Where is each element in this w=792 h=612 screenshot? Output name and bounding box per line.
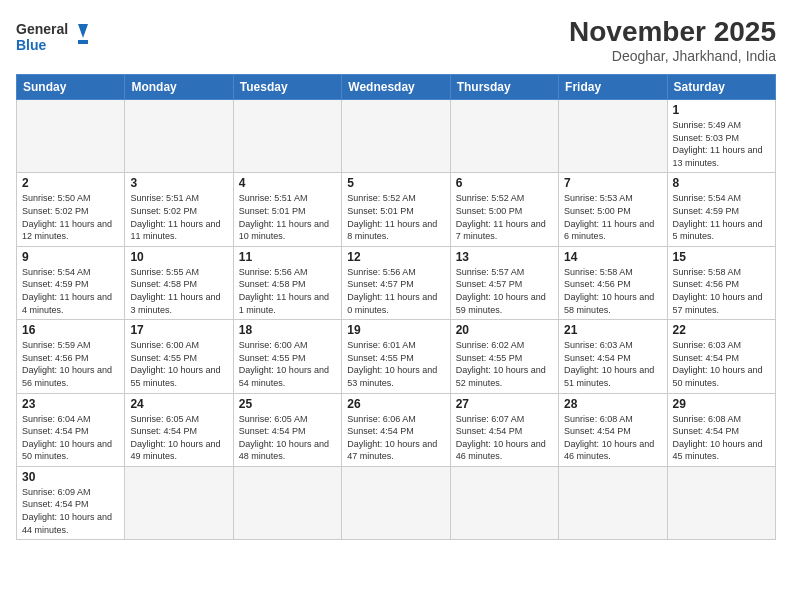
calendar-cell: 22Sunrise: 6:03 AM Sunset: 4:54 PM Dayli… <box>667 320 775 393</box>
day-number: 14 <box>564 250 661 264</box>
day-number: 30 <box>22 470 119 484</box>
calendar-cell <box>125 100 233 173</box>
day-info: Sunrise: 6:08 AM Sunset: 4:54 PM Dayligh… <box>564 413 661 463</box>
day-number: 17 <box>130 323 227 337</box>
calendar-cell <box>17 100 125 173</box>
calendar-cell: 12Sunrise: 5:56 AM Sunset: 4:57 PM Dayli… <box>342 246 450 319</box>
calendar-cell: 9Sunrise: 5:54 AM Sunset: 4:59 PM Daylig… <box>17 246 125 319</box>
day-info: Sunrise: 6:05 AM Sunset: 4:54 PM Dayligh… <box>130 413 227 463</box>
calendar-cell <box>342 100 450 173</box>
day-info: Sunrise: 5:55 AM Sunset: 4:58 PM Dayligh… <box>130 266 227 316</box>
calendar-cell: 7Sunrise: 5:53 AM Sunset: 5:00 PM Daylig… <box>559 173 667 246</box>
calendar-cell: 15Sunrise: 5:58 AM Sunset: 4:56 PM Dayli… <box>667 246 775 319</box>
calendar-week-row: 9Sunrise: 5:54 AM Sunset: 4:59 PM Daylig… <box>17 246 776 319</box>
day-number: 21 <box>564 323 661 337</box>
calendar-cell: 6Sunrise: 5:52 AM Sunset: 5:00 PM Daylig… <box>450 173 558 246</box>
calendar-cell: 4Sunrise: 5:51 AM Sunset: 5:01 PM Daylig… <box>233 173 341 246</box>
header-tuesday: Tuesday <box>233 75 341 100</box>
header-saturday: Saturday <box>667 75 775 100</box>
calendar-cell: 26Sunrise: 6:06 AM Sunset: 4:54 PM Dayli… <box>342 393 450 466</box>
calendar-cell: 5Sunrise: 5:52 AM Sunset: 5:01 PM Daylig… <box>342 173 450 246</box>
calendar-cell <box>559 100 667 173</box>
calendar-cell: 8Sunrise: 5:54 AM Sunset: 4:59 PM Daylig… <box>667 173 775 246</box>
calendar-cell: 18Sunrise: 6:00 AM Sunset: 4:55 PM Dayli… <box>233 320 341 393</box>
calendar-cell <box>125 466 233 539</box>
calendar-week-row: 30Sunrise: 6:09 AM Sunset: 4:54 PM Dayli… <box>17 466 776 539</box>
day-number: 16 <box>22 323 119 337</box>
day-info: Sunrise: 6:07 AM Sunset: 4:54 PM Dayligh… <box>456 413 553 463</box>
day-number: 3 <box>130 176 227 190</box>
logo: GeneralBlue <box>16 16 96 61</box>
header-monday: Monday <box>125 75 233 100</box>
day-number: 25 <box>239 397 336 411</box>
day-number: 5 <box>347 176 444 190</box>
day-info: Sunrise: 5:56 AM Sunset: 4:57 PM Dayligh… <box>347 266 444 316</box>
day-info: Sunrise: 6:04 AM Sunset: 4:54 PM Dayligh… <box>22 413 119 463</box>
day-info: Sunrise: 6:03 AM Sunset: 4:54 PM Dayligh… <box>564 339 661 389</box>
day-info: Sunrise: 6:05 AM Sunset: 4:54 PM Dayligh… <box>239 413 336 463</box>
day-info: Sunrise: 5:50 AM Sunset: 5:02 PM Dayligh… <box>22 192 119 242</box>
day-number: 4 <box>239 176 336 190</box>
weekday-header-row: Sunday Monday Tuesday Wednesday Thursday… <box>17 75 776 100</box>
calendar-cell <box>342 466 450 539</box>
day-number: 27 <box>456 397 553 411</box>
calendar-cell: 10Sunrise: 5:55 AM Sunset: 4:58 PM Dayli… <box>125 246 233 319</box>
calendar-cell: 17Sunrise: 6:00 AM Sunset: 4:55 PM Dayli… <box>125 320 233 393</box>
calendar-week-row: 23Sunrise: 6:04 AM Sunset: 4:54 PM Dayli… <box>17 393 776 466</box>
day-number: 29 <box>673 397 770 411</box>
day-number: 15 <box>673 250 770 264</box>
header-friday: Friday <box>559 75 667 100</box>
day-info: Sunrise: 5:57 AM Sunset: 4:57 PM Dayligh… <box>456 266 553 316</box>
calendar-cell: 23Sunrise: 6:04 AM Sunset: 4:54 PM Dayli… <box>17 393 125 466</box>
day-number: 18 <box>239 323 336 337</box>
calendar-week-row: 2Sunrise: 5:50 AM Sunset: 5:02 PM Daylig… <box>17 173 776 246</box>
calendar-cell: 21Sunrise: 6:03 AM Sunset: 4:54 PM Dayli… <box>559 320 667 393</box>
day-number: 23 <box>22 397 119 411</box>
day-number: 22 <box>673 323 770 337</box>
day-info: Sunrise: 5:52 AM Sunset: 5:01 PM Dayligh… <box>347 192 444 242</box>
day-number: 10 <box>130 250 227 264</box>
day-number: 11 <box>239 250 336 264</box>
calendar-cell: 20Sunrise: 6:02 AM Sunset: 4:55 PM Dayli… <box>450 320 558 393</box>
calendar-cell: 1Sunrise: 5:49 AM Sunset: 5:03 PM Daylig… <box>667 100 775 173</box>
day-info: Sunrise: 5:49 AM Sunset: 5:03 PM Dayligh… <box>673 119 770 169</box>
calendar-cell <box>450 100 558 173</box>
calendar-cell <box>450 466 558 539</box>
day-info: Sunrise: 6:06 AM Sunset: 4:54 PM Dayligh… <box>347 413 444 463</box>
day-info: Sunrise: 5:58 AM Sunset: 4:56 PM Dayligh… <box>673 266 770 316</box>
day-info: Sunrise: 5:53 AM Sunset: 5:00 PM Dayligh… <box>564 192 661 242</box>
calendar-cell <box>667 466 775 539</box>
logo-svg: GeneralBlue <box>16 16 96 61</box>
calendar-cell: 14Sunrise: 5:58 AM Sunset: 4:56 PM Dayli… <box>559 246 667 319</box>
day-number: 28 <box>564 397 661 411</box>
day-info: Sunrise: 5:58 AM Sunset: 4:56 PM Dayligh… <box>564 266 661 316</box>
calendar-cell: 13Sunrise: 5:57 AM Sunset: 4:57 PM Dayli… <box>450 246 558 319</box>
svg-rect-3 <box>78 40 88 44</box>
day-info: Sunrise: 6:01 AM Sunset: 4:55 PM Dayligh… <box>347 339 444 389</box>
calendar-cell <box>233 100 341 173</box>
day-number: 8 <box>673 176 770 190</box>
svg-text:Blue: Blue <box>16 37 47 53</box>
calendar-week-row: 1Sunrise: 5:49 AM Sunset: 5:03 PM Daylig… <box>17 100 776 173</box>
calendar: Sunday Monday Tuesday Wednesday Thursday… <box>16 74 776 540</box>
day-info: Sunrise: 6:09 AM Sunset: 4:54 PM Dayligh… <box>22 486 119 536</box>
calendar-cell: 29Sunrise: 6:08 AM Sunset: 4:54 PM Dayli… <box>667 393 775 466</box>
day-info: Sunrise: 6:00 AM Sunset: 4:55 PM Dayligh… <box>130 339 227 389</box>
day-number: 9 <box>22 250 119 264</box>
day-number: 1 <box>673 103 770 117</box>
header-sunday: Sunday <box>17 75 125 100</box>
calendar-cell: 3Sunrise: 5:51 AM Sunset: 5:02 PM Daylig… <box>125 173 233 246</box>
svg-text:General: General <box>16 21 68 37</box>
day-info: Sunrise: 5:54 AM Sunset: 4:59 PM Dayligh… <box>673 192 770 242</box>
calendar-cell: 24Sunrise: 6:05 AM Sunset: 4:54 PM Dayli… <box>125 393 233 466</box>
calendar-cell: 30Sunrise: 6:09 AM Sunset: 4:54 PM Dayli… <box>17 466 125 539</box>
day-number: 7 <box>564 176 661 190</box>
calendar-cell: 11Sunrise: 5:56 AM Sunset: 4:58 PM Dayli… <box>233 246 341 319</box>
month-year: November 2025 <box>569 16 776 48</box>
day-number: 19 <box>347 323 444 337</box>
svg-marker-2 <box>78 24 88 38</box>
day-number: 2 <box>22 176 119 190</box>
day-info: Sunrise: 5:51 AM Sunset: 5:01 PM Dayligh… <box>239 192 336 242</box>
day-number: 24 <box>130 397 227 411</box>
day-number: 12 <box>347 250 444 264</box>
